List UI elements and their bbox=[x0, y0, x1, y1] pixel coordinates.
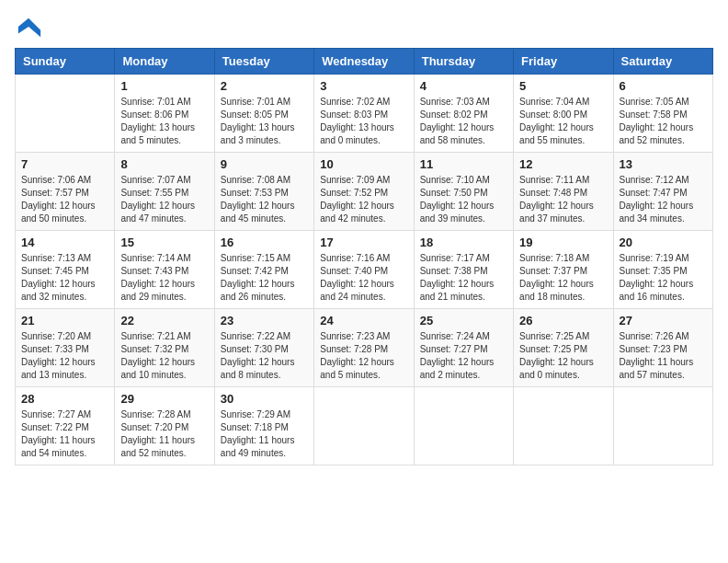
day-number: 29 bbox=[120, 392, 208, 406]
day-number: 3 bbox=[320, 79, 407, 93]
day-number: 13 bbox=[620, 157, 707, 171]
day-number: 24 bbox=[320, 314, 407, 327]
day-number: 5 bbox=[519, 79, 607, 93]
day-number: 16 bbox=[221, 236, 308, 249]
day-info: Sunrise: 7:02 AMSunset: 8:03 PMDaylight:… bbox=[320, 96, 407, 147]
calendar-cell: 22Sunrise: 7:21 AMSunset: 7:32 PMDayligh… bbox=[115, 309, 214, 387]
calendar-header-row: SundayMondayTuesdayWednesdayThursdayFrid… bbox=[16, 49, 713, 75]
calendar-cell: 30Sunrise: 7:29 AMSunset: 7:18 PMDayligh… bbox=[214, 387, 313, 465]
day-info: Sunrise: 7:08 AMSunset: 7:53 PMDaylight:… bbox=[221, 174, 308, 225]
calendar-cell: 13Sunrise: 7:12 AMSunset: 7:47 PMDayligh… bbox=[613, 153, 712, 231]
day-info: Sunrise: 7:25 AMSunset: 7:25 PMDaylight:… bbox=[519, 330, 607, 382]
logo-icon bbox=[17, 15, 42, 40]
day-info: Sunrise: 7:14 AMSunset: 7:43 PMDaylight:… bbox=[120, 252, 208, 304]
day-info: Sunrise: 7:01 AMSunset: 8:05 PMDaylight:… bbox=[221, 96, 308, 147]
day-number: 18 bbox=[420, 236, 507, 249]
day-info: Sunrise: 7:20 AMSunset: 7:33 PMDaylight:… bbox=[21, 330, 108, 382]
weekday-header: Wednesday bbox=[314, 49, 414, 75]
day-number: 11 bbox=[420, 157, 507, 171]
calendar-cell: 27Sunrise: 7:26 AMSunset: 7:23 PMDayligh… bbox=[613, 309, 712, 387]
weekday-header: Saturday bbox=[613, 49, 712, 75]
calendar-cell: 11Sunrise: 7:10 AMSunset: 7:50 PMDayligh… bbox=[414, 153, 513, 231]
day-info: Sunrise: 7:16 AMSunset: 7:40 PMDaylight:… bbox=[320, 252, 407, 304]
calendar-cell: 21Sunrise: 7:20 AMSunset: 7:33 PMDayligh… bbox=[16, 309, 115, 387]
calendar-cell: 20Sunrise: 7:19 AMSunset: 7:35 PMDayligh… bbox=[613, 231, 712, 309]
calendar-cell: 2Sunrise: 7:01 AMSunset: 8:05 PMDaylight… bbox=[214, 75, 313, 153]
day-number: 9 bbox=[221, 157, 308, 171]
calendar-cell: 1Sunrise: 7:01 AMSunset: 8:06 PMDaylight… bbox=[115, 75, 214, 153]
day-number: 19 bbox=[519, 236, 607, 249]
logo bbox=[15, 15, 42, 37]
day-info: Sunrise: 7:22 AMSunset: 7:30 PMDaylight:… bbox=[221, 330, 308, 382]
calendar-week-row: 14Sunrise: 7:13 AMSunset: 7:45 PMDayligh… bbox=[16, 231, 713, 309]
weekday-header: Thursday bbox=[414, 49, 513, 75]
calendar-week-row: 1Sunrise: 7:01 AMSunset: 8:06 PMDaylight… bbox=[16, 75, 713, 153]
day-info: Sunrise: 7:27 AMSunset: 7:22 PMDaylight:… bbox=[21, 408, 108, 460]
calendar-cell: 15Sunrise: 7:14 AMSunset: 7:43 PMDayligh… bbox=[115, 231, 214, 309]
day-number: 21 bbox=[21, 314, 108, 327]
calendar-cell: 25Sunrise: 7:24 AMSunset: 7:27 PMDayligh… bbox=[414, 309, 513, 387]
day-number: 17 bbox=[320, 236, 407, 249]
calendar-cell bbox=[16, 75, 115, 153]
day-number: 22 bbox=[120, 314, 208, 327]
weekday-header: Sunday bbox=[16, 49, 115, 75]
day-info: Sunrise: 7:19 AMSunset: 7:35 PMDaylight:… bbox=[620, 252, 707, 304]
calendar-cell: 23Sunrise: 7:22 AMSunset: 7:30 PMDayligh… bbox=[214, 309, 313, 387]
calendar-cell: 9Sunrise: 7:08 AMSunset: 7:53 PMDaylight… bbox=[214, 153, 313, 231]
calendar-table: SundayMondayTuesdayWednesdayThursdayFrid… bbox=[15, 48, 713, 465]
day-number: 15 bbox=[120, 236, 208, 249]
day-info: Sunrise: 7:01 AMSunset: 8:06 PMDaylight:… bbox=[120, 96, 208, 147]
calendar-cell: 3Sunrise: 7:02 AMSunset: 8:03 PMDaylight… bbox=[314, 75, 414, 153]
page-header bbox=[15, 15, 713, 37]
day-info: Sunrise: 7:03 AMSunset: 8:02 PMDaylight:… bbox=[420, 96, 507, 147]
day-number: 2 bbox=[221, 79, 308, 93]
calendar-cell: 18Sunrise: 7:17 AMSunset: 7:38 PMDayligh… bbox=[414, 231, 513, 309]
day-info: Sunrise: 7:28 AMSunset: 7:20 PMDaylight:… bbox=[120, 408, 208, 460]
day-info: Sunrise: 7:06 AMSunset: 7:57 PMDaylight:… bbox=[21, 174, 108, 225]
calendar-cell: 4Sunrise: 7:03 AMSunset: 8:02 PMDaylight… bbox=[414, 75, 513, 153]
day-number: 14 bbox=[21, 236, 108, 249]
day-number: 30 bbox=[221, 392, 308, 406]
calendar-cell: 16Sunrise: 7:15 AMSunset: 7:42 PMDayligh… bbox=[214, 231, 313, 309]
day-info: Sunrise: 7:26 AMSunset: 7:23 PMDaylight:… bbox=[620, 330, 707, 382]
calendar-cell: 10Sunrise: 7:09 AMSunset: 7:52 PMDayligh… bbox=[314, 153, 414, 231]
day-number: 4 bbox=[420, 79, 507, 93]
day-info: Sunrise: 7:17 AMSunset: 7:38 PMDaylight:… bbox=[420, 252, 507, 304]
calendar-cell: 14Sunrise: 7:13 AMSunset: 7:45 PMDayligh… bbox=[16, 231, 115, 309]
calendar-cell: 17Sunrise: 7:16 AMSunset: 7:40 PMDayligh… bbox=[314, 231, 414, 309]
weekday-header: Friday bbox=[514, 49, 613, 75]
day-info: Sunrise: 7:29 AMSunset: 7:18 PMDaylight:… bbox=[221, 408, 308, 460]
calendar-cell: 24Sunrise: 7:23 AMSunset: 7:28 PMDayligh… bbox=[314, 309, 414, 387]
calendar-cell: 5Sunrise: 7:04 AMSunset: 8:00 PMDaylight… bbox=[514, 75, 613, 153]
day-number: 27 bbox=[620, 314, 707, 327]
day-info: Sunrise: 7:05 AMSunset: 7:58 PMDaylight:… bbox=[620, 96, 707, 147]
weekday-header: Tuesday bbox=[214, 49, 313, 75]
day-number: 20 bbox=[620, 236, 707, 249]
day-number: 8 bbox=[120, 157, 208, 171]
calendar-cell bbox=[514, 387, 613, 465]
day-number: 28 bbox=[21, 392, 108, 406]
svg-marker-0 bbox=[18, 18, 40, 38]
day-info: Sunrise: 7:23 AMSunset: 7:28 PMDaylight:… bbox=[320, 330, 407, 382]
calendar-cell: 26Sunrise: 7:25 AMSunset: 7:25 PMDayligh… bbox=[514, 309, 613, 387]
calendar-cell: 12Sunrise: 7:11 AMSunset: 7:48 PMDayligh… bbox=[514, 153, 613, 231]
weekday-header: Monday bbox=[115, 49, 214, 75]
day-number: 10 bbox=[320, 157, 407, 171]
calendar-cell: 19Sunrise: 7:18 AMSunset: 7:37 PMDayligh… bbox=[514, 231, 613, 309]
day-number: 12 bbox=[519, 157, 607, 171]
day-info: Sunrise: 7:24 AMSunset: 7:27 PMDaylight:… bbox=[420, 330, 507, 382]
day-info: Sunrise: 7:21 AMSunset: 7:32 PMDaylight:… bbox=[120, 330, 208, 382]
calendar-week-row: 21Sunrise: 7:20 AMSunset: 7:33 PMDayligh… bbox=[16, 309, 713, 387]
day-info: Sunrise: 7:07 AMSunset: 7:55 PMDaylight:… bbox=[120, 174, 208, 225]
day-info: Sunrise: 7:10 AMSunset: 7:50 PMDaylight:… bbox=[420, 174, 507, 225]
calendar-cell: 6Sunrise: 7:05 AMSunset: 7:58 PMDaylight… bbox=[613, 75, 712, 153]
day-info: Sunrise: 7:15 AMSunset: 7:42 PMDaylight:… bbox=[221, 252, 308, 304]
day-number: 23 bbox=[221, 314, 308, 327]
day-info: Sunrise: 7:18 AMSunset: 7:37 PMDaylight:… bbox=[519, 252, 607, 304]
day-number: 1 bbox=[120, 79, 208, 93]
calendar-cell: 7Sunrise: 7:06 AMSunset: 7:57 PMDaylight… bbox=[16, 153, 115, 231]
calendar-cell bbox=[314, 387, 414, 465]
day-info: Sunrise: 7:04 AMSunset: 8:00 PMDaylight:… bbox=[519, 96, 607, 147]
day-number: 6 bbox=[620, 79, 707, 93]
calendar-cell: 29Sunrise: 7:28 AMSunset: 7:20 PMDayligh… bbox=[115, 387, 214, 465]
